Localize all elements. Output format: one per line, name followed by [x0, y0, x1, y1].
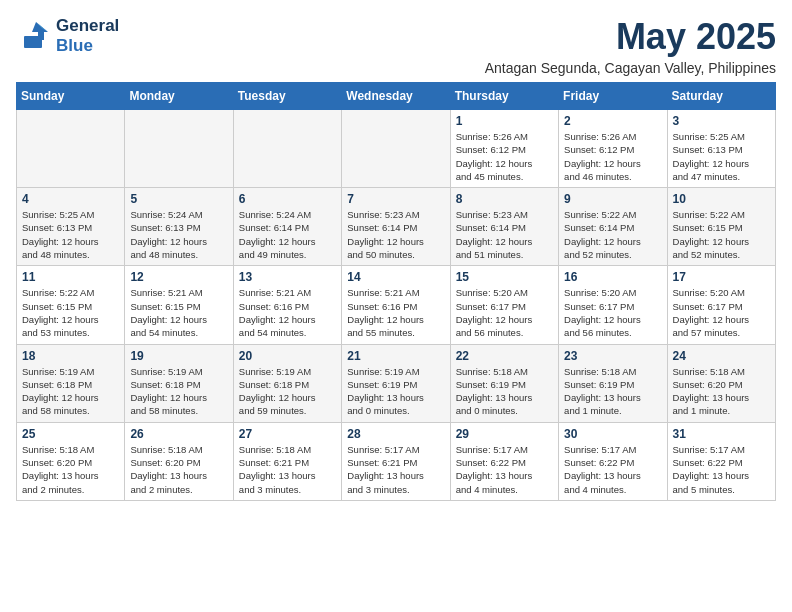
day-info: Sunrise: 5:25 AM Sunset: 6:13 PM Dayligh… — [673, 130, 770, 183]
calendar-cell: 24Sunrise: 5:18 AM Sunset: 6:20 PM Dayli… — [667, 344, 775, 422]
day-info: Sunrise: 5:23 AM Sunset: 6:14 PM Dayligh… — [347, 208, 444, 261]
weekday-header-saturday: Saturday — [667, 83, 775, 110]
page-header: General Blue May 2025 Antagan Segunda, C… — [16, 16, 776, 76]
calendar-cell: 12Sunrise: 5:21 AM Sunset: 6:15 PM Dayli… — [125, 266, 233, 344]
week-row-3: 11Sunrise: 5:22 AM Sunset: 6:15 PM Dayli… — [17, 266, 776, 344]
day-number: 6 — [239, 192, 336, 206]
day-number: 20 — [239, 349, 336, 363]
day-info: Sunrise: 5:18 AM Sunset: 6:20 PM Dayligh… — [130, 443, 227, 496]
calendar-cell — [233, 110, 341, 188]
calendar-cell: 9Sunrise: 5:22 AM Sunset: 6:14 PM Daylig… — [559, 188, 667, 266]
day-info: Sunrise: 5:17 AM Sunset: 6:21 PM Dayligh… — [347, 443, 444, 496]
day-info: Sunrise: 5:18 AM Sunset: 6:21 PM Dayligh… — [239, 443, 336, 496]
calendar-cell — [342, 110, 450, 188]
day-info: Sunrise: 5:19 AM Sunset: 6:18 PM Dayligh… — [22, 365, 119, 418]
day-number: 12 — [130, 270, 227, 284]
weekday-header-friday: Friday — [559, 83, 667, 110]
calendar-cell: 10Sunrise: 5:22 AM Sunset: 6:15 PM Dayli… — [667, 188, 775, 266]
month-title: May 2025 — [485, 16, 776, 58]
calendar-cell — [125, 110, 233, 188]
day-info: Sunrise: 5:22 AM Sunset: 6:15 PM Dayligh… — [673, 208, 770, 261]
day-number: 19 — [130, 349, 227, 363]
day-info: Sunrise: 5:21 AM Sunset: 6:16 PM Dayligh… — [347, 286, 444, 339]
day-number: 11 — [22, 270, 119, 284]
day-info: Sunrise: 5:18 AM Sunset: 6:20 PM Dayligh… — [673, 365, 770, 418]
calendar-cell: 14Sunrise: 5:21 AM Sunset: 6:16 PM Dayli… — [342, 266, 450, 344]
day-number: 9 — [564, 192, 661, 206]
calendar-cell: 4Sunrise: 5:25 AM Sunset: 6:13 PM Daylig… — [17, 188, 125, 266]
day-number: 17 — [673, 270, 770, 284]
day-info: Sunrise: 5:23 AM Sunset: 6:14 PM Dayligh… — [456, 208, 553, 261]
day-number: 14 — [347, 270, 444, 284]
day-number: 18 — [22, 349, 119, 363]
calendar-cell — [17, 110, 125, 188]
weekday-header-row: SundayMondayTuesdayWednesdayThursdayFrid… — [17, 83, 776, 110]
calendar-cell: 15Sunrise: 5:20 AM Sunset: 6:17 PM Dayli… — [450, 266, 558, 344]
day-number: 8 — [456, 192, 553, 206]
calendar-cell: 13Sunrise: 5:21 AM Sunset: 6:16 PM Dayli… — [233, 266, 341, 344]
calendar-cell: 11Sunrise: 5:22 AM Sunset: 6:15 PM Dayli… — [17, 266, 125, 344]
calendar-cell: 22Sunrise: 5:18 AM Sunset: 6:19 PM Dayli… — [450, 344, 558, 422]
day-info: Sunrise: 5:24 AM Sunset: 6:14 PM Dayligh… — [239, 208, 336, 261]
calendar-cell: 6Sunrise: 5:24 AM Sunset: 6:14 PM Daylig… — [233, 188, 341, 266]
week-row-4: 18Sunrise: 5:19 AM Sunset: 6:18 PM Dayli… — [17, 344, 776, 422]
calendar-cell: 7Sunrise: 5:23 AM Sunset: 6:14 PM Daylig… — [342, 188, 450, 266]
logo-icon — [16, 18, 52, 54]
day-info: Sunrise: 5:22 AM Sunset: 6:15 PM Dayligh… — [22, 286, 119, 339]
calendar-cell: 8Sunrise: 5:23 AM Sunset: 6:14 PM Daylig… — [450, 188, 558, 266]
weekday-header-tuesday: Tuesday — [233, 83, 341, 110]
calendar-cell: 5Sunrise: 5:24 AM Sunset: 6:13 PM Daylig… — [125, 188, 233, 266]
day-info: Sunrise: 5:21 AM Sunset: 6:15 PM Dayligh… — [130, 286, 227, 339]
calendar-cell: 28Sunrise: 5:17 AM Sunset: 6:21 PM Dayli… — [342, 422, 450, 500]
day-number: 26 — [130, 427, 227, 441]
calendar-cell: 2Sunrise: 5:26 AM Sunset: 6:12 PM Daylig… — [559, 110, 667, 188]
day-info: Sunrise: 5:20 AM Sunset: 6:17 PM Dayligh… — [673, 286, 770, 339]
day-number: 13 — [239, 270, 336, 284]
logo: General Blue — [16, 16, 119, 56]
weekday-header-wednesday: Wednesday — [342, 83, 450, 110]
calendar-cell: 30Sunrise: 5:17 AM Sunset: 6:22 PM Dayli… — [559, 422, 667, 500]
day-number: 10 — [673, 192, 770, 206]
calendar-cell: 26Sunrise: 5:18 AM Sunset: 6:20 PM Dayli… — [125, 422, 233, 500]
day-number: 16 — [564, 270, 661, 284]
day-number: 7 — [347, 192, 444, 206]
day-number: 22 — [456, 349, 553, 363]
day-number: 29 — [456, 427, 553, 441]
weekday-header-sunday: Sunday — [17, 83, 125, 110]
day-info: Sunrise: 5:19 AM Sunset: 6:18 PM Dayligh… — [239, 365, 336, 418]
day-info: Sunrise: 5:19 AM Sunset: 6:19 PM Dayligh… — [347, 365, 444, 418]
day-info: Sunrise: 5:17 AM Sunset: 6:22 PM Dayligh… — [456, 443, 553, 496]
calendar-cell: 23Sunrise: 5:18 AM Sunset: 6:19 PM Dayli… — [559, 344, 667, 422]
day-info: Sunrise: 5:26 AM Sunset: 6:12 PM Dayligh… — [456, 130, 553, 183]
location-subtitle: Antagan Segunda, Cagayan Valley, Philipp… — [485, 60, 776, 76]
day-number: 23 — [564, 349, 661, 363]
day-number: 31 — [673, 427, 770, 441]
calendar-cell: 31Sunrise: 5:17 AM Sunset: 6:22 PM Dayli… — [667, 422, 775, 500]
calendar-cell: 20Sunrise: 5:19 AM Sunset: 6:18 PM Dayli… — [233, 344, 341, 422]
day-number: 15 — [456, 270, 553, 284]
day-number: 28 — [347, 427, 444, 441]
calendar-cell: 21Sunrise: 5:19 AM Sunset: 6:19 PM Dayli… — [342, 344, 450, 422]
day-number: 2 — [564, 114, 661, 128]
day-info: Sunrise: 5:17 AM Sunset: 6:22 PM Dayligh… — [673, 443, 770, 496]
day-info: Sunrise: 5:24 AM Sunset: 6:13 PM Dayligh… — [130, 208, 227, 261]
calendar-cell: 17Sunrise: 5:20 AM Sunset: 6:17 PM Dayli… — [667, 266, 775, 344]
calendar-cell: 19Sunrise: 5:19 AM Sunset: 6:18 PM Dayli… — [125, 344, 233, 422]
calendar-cell: 16Sunrise: 5:20 AM Sunset: 6:17 PM Dayli… — [559, 266, 667, 344]
week-row-5: 25Sunrise: 5:18 AM Sunset: 6:20 PM Dayli… — [17, 422, 776, 500]
weekday-header-thursday: Thursday — [450, 83, 558, 110]
day-number: 24 — [673, 349, 770, 363]
day-info: Sunrise: 5:20 AM Sunset: 6:17 PM Dayligh… — [564, 286, 661, 339]
calendar-cell: 1Sunrise: 5:26 AM Sunset: 6:12 PM Daylig… — [450, 110, 558, 188]
calendar-cell: 27Sunrise: 5:18 AM Sunset: 6:21 PM Dayli… — [233, 422, 341, 500]
calendar-table: SundayMondayTuesdayWednesdayThursdayFrid… — [16, 82, 776, 501]
day-number: 21 — [347, 349, 444, 363]
day-info: Sunrise: 5:18 AM Sunset: 6:19 PM Dayligh… — [456, 365, 553, 418]
day-info: Sunrise: 5:18 AM Sunset: 6:19 PM Dayligh… — [564, 365, 661, 418]
day-number: 1 — [456, 114, 553, 128]
title-area: May 2025 Antagan Segunda, Cagayan Valley… — [485, 16, 776, 76]
day-info: Sunrise: 5:25 AM Sunset: 6:13 PM Dayligh… — [22, 208, 119, 261]
weekday-header-monday: Monday — [125, 83, 233, 110]
day-info: Sunrise: 5:19 AM Sunset: 6:18 PM Dayligh… — [130, 365, 227, 418]
day-info: Sunrise: 5:26 AM Sunset: 6:12 PM Dayligh… — [564, 130, 661, 183]
